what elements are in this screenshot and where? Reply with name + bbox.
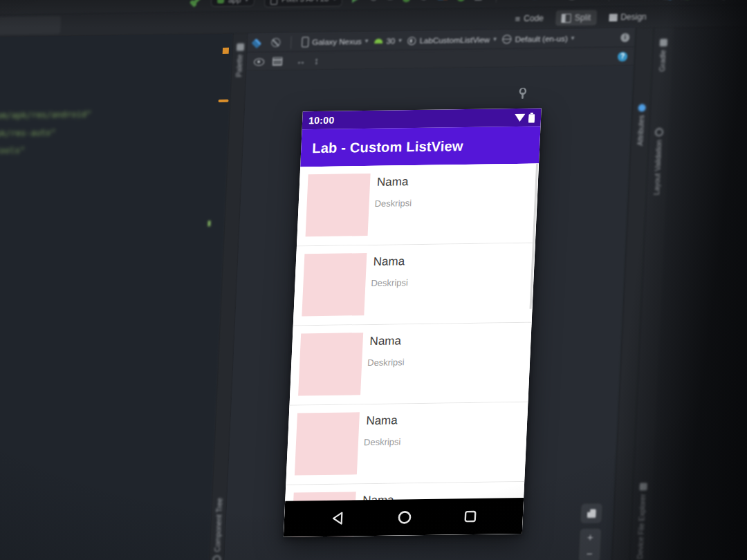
palette-icon xyxy=(236,44,243,51)
list-item[interactable]: Nama Deskripsi xyxy=(293,243,535,326)
item-description: Deskripsi xyxy=(364,436,401,447)
toolbar-spacer xyxy=(0,1,192,3)
api-version-dropdown[interactable]: 30 ▾ xyxy=(374,37,402,46)
item-thumbnail xyxy=(306,174,371,236)
tab-code[interactable]: ≡ Code xyxy=(510,11,548,26)
globe-icon xyxy=(502,35,512,44)
tab-split-label: Split xyxy=(575,13,591,23)
item-description: Deskripsi xyxy=(367,357,405,368)
item-title: Nama xyxy=(369,334,401,348)
build-hammer-icon[interactable] xyxy=(192,0,201,5)
design-icon xyxy=(609,13,617,21)
item-thumbnail xyxy=(302,253,367,316)
list-item[interactable]: Nama Deskripsi xyxy=(289,323,531,406)
scrollbar-warning-mark[interactable] xyxy=(218,100,228,102)
chevron-down-icon: ▾ xyxy=(245,0,248,3)
toolbar-divider xyxy=(609,0,610,1)
toolbar-divider xyxy=(495,0,497,2)
device-file-explorer-icon xyxy=(639,483,647,490)
code-fragment: d.com/tools" xyxy=(0,146,25,156)
chevron-down-icon: ▾ xyxy=(333,0,336,1)
tab-code-label: Code xyxy=(524,13,544,23)
orientation-vertical-icon[interactable]: ↕ xyxy=(314,56,320,66)
help-icon[interactable]: ? xyxy=(618,52,628,62)
item-description: Deskripsi xyxy=(371,277,408,288)
apply-changes-icon[interactable]: ↻ xyxy=(369,0,378,3)
palette-label: Palette xyxy=(234,55,243,77)
canvas-zoom-controls: + − xyxy=(578,503,603,560)
run-configuration-label: app xyxy=(228,0,241,4)
tab-design-label: Design xyxy=(620,12,647,22)
split-icon xyxy=(562,13,572,22)
gradle-icon xyxy=(659,39,667,46)
wifi-icon xyxy=(514,113,526,122)
device-file-explorer-label: Device File Explorer xyxy=(636,494,647,559)
run-button[interactable] xyxy=(352,0,360,3)
device-icon xyxy=(302,37,309,47)
android-icon xyxy=(374,39,382,44)
chevron-down-icon: ▾ xyxy=(365,38,369,44)
code-fragment: roid.com/apk/res/android" xyxy=(0,110,92,122)
night-mode-icon[interactable] xyxy=(271,38,281,47)
chevron-down-icon: ▾ xyxy=(571,35,575,41)
render-options-wrench-icon[interactable] xyxy=(517,88,528,100)
chevron-down-icon: ▾ xyxy=(493,36,497,42)
theme-icon xyxy=(408,37,417,45)
item-description: Deskripsi xyxy=(374,198,412,209)
target-device-label: Pixel 3 API 28 xyxy=(282,0,329,3)
tab-design[interactable]: Design xyxy=(604,10,652,24)
file-tab[interactable] xyxy=(0,16,61,35)
zoom-in-button[interactable]: + xyxy=(580,528,601,545)
debug-button[interactable] xyxy=(403,0,411,2)
attach-debugger-icon[interactable] xyxy=(456,0,465,1)
tool-window-layout-validation[interactable]: Layout Validation xyxy=(647,128,669,195)
profile-icon[interactable]: ↺ xyxy=(420,0,428,2)
design-canvas[interactable]: 10:00 Lab - Custom ListView xyxy=(223,66,634,560)
list-view-icon[interactable] xyxy=(273,57,283,66)
device-label: Galaxy Nexus xyxy=(312,37,362,46)
design-surface-icon[interactable] xyxy=(253,39,261,47)
nav-recents-icon[interactable] xyxy=(463,510,477,523)
design-pane: Galaxy Nexus ▾ 30 ▾ LabCustomListView ▾ … xyxy=(223,28,636,560)
info-icon[interactable]: i xyxy=(620,33,630,42)
scrollbar-warning-mark[interactable] xyxy=(223,48,229,54)
run-configuration-select[interactable]: app ▾ xyxy=(211,0,255,7)
attributes-icon xyxy=(638,104,645,111)
tab-split[interactable]: Split xyxy=(556,10,596,25)
layout-validation-label: Layout Validation xyxy=(652,140,663,195)
tool-window-gradle[interactable]: Gradle xyxy=(652,39,673,72)
tool-window-palette[interactable]: Palette xyxy=(231,43,248,77)
battery-icon xyxy=(528,112,535,122)
item-title: Nama xyxy=(377,175,409,189)
list-item[interactable]: Nama Deskripsi xyxy=(286,402,528,485)
device-icon xyxy=(270,0,278,4)
gradle-label: Gradle xyxy=(658,50,667,72)
zoom-out-button[interactable]: − xyxy=(579,545,600,560)
phone-nav-bar xyxy=(284,498,524,537)
toolbar-divider xyxy=(290,36,292,48)
orientation-horizontal-icon[interactable]: ↔ xyxy=(296,56,306,66)
code-fragment xyxy=(208,221,210,226)
component-tree-label: Component Tree xyxy=(213,498,224,552)
zoom-to-fit-button[interactable] xyxy=(580,503,602,523)
nav-back-icon[interactable] xyxy=(331,512,345,525)
theme-dropdown[interactable]: LabCustomListView ▾ xyxy=(408,35,497,45)
code-fragment: .com/apk/res-auto" xyxy=(0,128,56,139)
listview[interactable]: Nama Deskripsi Nama Deskripsi Nama Deskr… xyxy=(284,164,539,537)
component-tree-icon xyxy=(212,555,221,560)
item-title: Nama xyxy=(373,254,405,269)
locale-dropdown[interactable]: Default (en-us) ▾ xyxy=(502,34,574,44)
apply-code-changes-icon[interactable]: ≡ xyxy=(387,0,394,3)
list-item[interactable]: Nama Deskripsi xyxy=(297,164,539,247)
tool-window-device-file-explorer[interactable]: Device File Explorer xyxy=(630,483,653,559)
status-time: 10:00 xyxy=(308,115,335,127)
git-update-icon[interactable]: ↙ xyxy=(532,0,540,1)
view-options-icon[interactable] xyxy=(254,58,264,66)
xml-code-editor[interactable]: s> roid.com/apk/res/android" .com/apk/re… xyxy=(0,34,234,560)
phone-preview[interactable]: 10:00 Lab - Custom ListView xyxy=(284,109,542,537)
nav-home-icon[interactable] xyxy=(396,510,412,525)
target-device-select[interactable]: Pixel 3 API 28 ▾ xyxy=(264,0,343,8)
device-dropdown[interactable]: Galaxy Nexus ▾ xyxy=(302,36,369,47)
zoom-to-fit-icon xyxy=(587,509,596,518)
theme-label: LabCustomListView xyxy=(420,35,490,44)
